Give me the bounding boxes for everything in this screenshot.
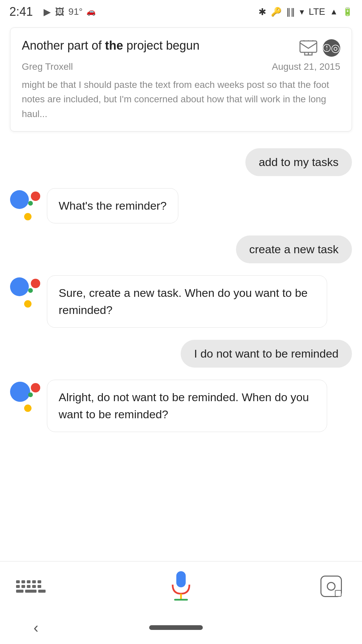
email-title-bold: the — [105, 39, 123, 52]
kb-key — [27, 585, 31, 588]
google-assistant-icon-2 — [10, 277, 40, 308]
ga-red-circle-3 — [31, 383, 40, 392]
ga-yellow-circle-3 — [24, 405, 32, 412]
screenshot-inner-icon — [327, 582, 336, 591]
ga-blue-circle-2 — [10, 277, 29, 296]
vibrate-icon: ‖‖ — [286, 7, 295, 17]
email-card: Another part of the project begun — [10, 28, 352, 131]
email-date: August 21, 2015 — [272, 61, 340, 72]
ga-blue-circle — [10, 190, 29, 209]
assistant-message-1: What's the reminder? — [10, 188, 352, 223]
email-title: Another part of the project begun — [22, 38, 294, 54]
kb-key — [38, 585, 41, 588]
bluetooth-icon: ✱ — [258, 6, 266, 17]
ga-red-circle-2 — [31, 279, 40, 288]
kb-key — [32, 580, 36, 583]
user-bubble-1: add to my tasks — [245, 148, 352, 176]
kb-key — [21, 580, 25, 583]
user-message-1: add to my tasks — [10, 148, 352, 176]
ga-yellow-circle — [24, 213, 32, 220]
assistant-bubble-1: What's the reminder? — [47, 188, 178, 223]
kb-space-key — [25, 590, 37, 593]
ga-green-circle — [28, 201, 33, 206]
ga-blue-circle-3 — [10, 382, 30, 402]
screenshot-button[interactable] — [320, 576, 342, 597]
email-title-suffix: project begun — [123, 39, 199, 52]
user-message-3: I do not want to be reminded — [10, 340, 352, 368]
svg-rect-0 — [300, 41, 317, 52]
ga-green-circle-3 — [28, 392, 33, 397]
keyboard-button[interactable] — [20, 576, 42, 597]
kb-key — [27, 580, 31, 583]
svg-rect-8 — [176, 571, 186, 587]
email-title-prefix: Another part of — [22, 39, 105, 52]
car-icon: 🚗 — [86, 7, 96, 16]
kb-key — [32, 585, 36, 588]
chat-area: add to my tasks What's the reminder? cre… — [0, 142, 362, 561]
image-icon: 🖼 — [55, 6, 64, 17]
kb-key — [38, 580, 41, 583]
google-assistant-icon-3 — [10, 382, 40, 412]
user-message-2: create a new task — [10, 235, 352, 263]
bottom-bar — [0, 561, 362, 613]
kb-key — [16, 580, 20, 583]
signal-icon: ▲ — [330, 7, 338, 16]
svg-marker-6 — [326, 45, 327, 48]
nav-bar: ‹ — [0, 613, 362, 644]
google-assistant-icon-1 — [10, 190, 40, 220]
temperature: 91° — [68, 6, 82, 17]
email-action-icons — [299, 39, 340, 57]
assistant-message-2: Sure, create a new task. When do you wan… — [10, 275, 352, 328]
network-label: LTE — [309, 6, 325, 17]
status-bar: 2:41 ▶ 🖼 91° 🚗 ✱ 🔑 ‖‖ ▾ LTE ▲ 🔋 — [0, 0, 362, 22]
ga-green-circle-2 — [28, 288, 33, 293]
user-bubble-2: create a new task — [236, 235, 352, 263]
home-pill[interactable] — [149, 625, 203, 630]
kb-key — [21, 585, 25, 588]
assistant-message-3: Alright, do not want to be reminded. Whe… — [10, 380, 352, 432]
user-bubble-3: I do not want to be reminded — [181, 340, 352, 368]
ga-red-circle — [31, 192, 40, 201]
assistant-bubble-2: Sure, create a new task. When do you wan… — [47, 275, 327, 328]
battery-icon: 🔋 — [343, 7, 353, 16]
screenshot-corner — [335, 590, 342, 597]
kb-key — [16, 585, 20, 588]
location-icon: ▾ — [300, 7, 304, 17]
inbox-icon[interactable] — [299, 40, 317, 56]
microphone-icon — [168, 570, 194, 603]
ga-yellow-circle-2 — [24, 300, 32, 308]
play-icon: ▶ — [44, 6, 51, 17]
microphone-button[interactable] — [168, 570, 194, 603]
compass-icon[interactable] — [323, 39, 340, 57]
assistant-bubble-3: Alright, do not want to be reminded. Whe… — [47, 380, 327, 432]
key-icon: 🔑 — [271, 7, 282, 17]
email-preview: might be that I should paste the text fr… — [22, 77, 340, 121]
status-time: 2:41 — [9, 5, 33, 19]
kb-key — [16, 590, 23, 593]
email-sender: Greg Troxell — [22, 61, 73, 72]
svg-marker-7 — [326, 48, 327, 51]
kb-key — [38, 590, 46, 593]
back-button[interactable]: ‹ — [34, 619, 39, 636]
